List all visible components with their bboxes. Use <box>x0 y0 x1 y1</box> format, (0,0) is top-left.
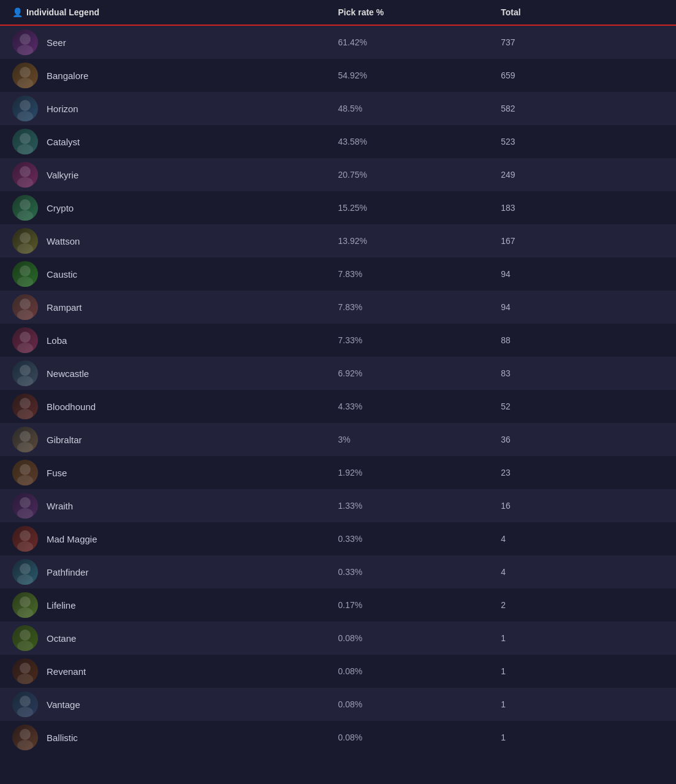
svg-point-38 <box>20 663 31 674</box>
legend-cell: Bloodhound <box>12 394 338 419</box>
legend-cell: Catalyst <box>12 129 338 154</box>
table-row[interactable]: Pathfinder 0.33% 4 <box>0 555 676 588</box>
svg-point-8 <box>20 166 31 177</box>
legend-name-loba: Loba <box>47 335 67 346</box>
legend-avatar-bangalore <box>12 63 38 88</box>
svg-point-11 <box>17 210 33 221</box>
svg-point-33 <box>17 574 33 585</box>
svg-point-12 <box>20 232 31 243</box>
legend-avatar-fuse <box>12 460 38 485</box>
svg-point-21 <box>17 376 33 386</box>
svg-point-7 <box>17 144 33 154</box>
table-row[interactable]: Vantage 0.08% 1 <box>0 688 676 721</box>
svg-point-16 <box>20 299 31 310</box>
table-row[interactable]: Gibraltar 3% 36 <box>0 423 676 456</box>
table-row[interactable]: Rampart 7.83% 94 <box>0 291 676 324</box>
pick-rate-wraith: 1.33% <box>338 501 501 511</box>
svg-point-36 <box>20 630 31 641</box>
legend-name-wraith: Wraith <box>47 501 73 511</box>
svg-point-4 <box>20 100 31 111</box>
svg-point-35 <box>17 607 33 618</box>
table-row[interactable]: Bloodhound 4.33% 52 <box>0 390 676 423</box>
table-row[interactable]: Caustic 7.83% 94 <box>0 257 676 291</box>
legend-avatar-horizon <box>12 96 38 121</box>
legend-name-seer: Seer <box>47 37 66 48</box>
svg-point-5 <box>17 111 33 121</box>
svg-point-37 <box>17 641 33 651</box>
pick-rate-valkyrie: 20.75% <box>338 170 501 180</box>
table-row[interactable]: Loba 7.33% 88 <box>0 324 676 357</box>
table-row[interactable]: Wattson 13.92% 167 <box>0 224 676 257</box>
svg-point-28 <box>20 497 31 508</box>
table-row[interactable]: Lifeline 0.17% 2 <box>0 588 676 622</box>
legend-cell: Ballistic <box>12 725 338 750</box>
legend-cell: Fuse <box>12 460 338 485</box>
total-newcastle: 83 <box>501 368 664 378</box>
pick-rate-caustic: 7.83% <box>338 269 501 279</box>
legend-cell: Wattson <box>12 228 338 254</box>
svg-point-23 <box>17 409 33 419</box>
table-row[interactable]: Revenant 0.08% 1 <box>0 655 676 688</box>
svg-point-0 <box>20 34 31 45</box>
table-row[interactable]: Seer 61.42% 737 <box>0 26 676 59</box>
total-fuse: 23 <box>501 468 664 478</box>
svg-point-40 <box>20 696 31 707</box>
total-column-header: Total <box>501 7 664 17</box>
legend-avatar-lifeline <box>12 592 38 618</box>
svg-point-2 <box>20 67 31 78</box>
table-body: Seer 61.42% 737 Bangalore 54.92% 659 H <box>0 26 676 754</box>
legend-avatar-octane <box>12 625 38 651</box>
legend-cell: Rampart <box>12 294 338 320</box>
svg-point-26 <box>20 464 31 475</box>
pick-rate-vantage: 0.08% <box>338 699 501 709</box>
legend-cell: Bangalore <box>12 63 338 88</box>
pickrate-column-header: Pick rate % <box>338 7 501 17</box>
total-pathfinder: 4 <box>501 567 664 577</box>
svg-point-43 <box>17 740 33 750</box>
pick-rate-rampart: 7.83% <box>338 302 501 312</box>
legend-avatar-gibraltar <box>12 427 38 452</box>
legend-name-rampart: Rampart <box>47 302 82 313</box>
total-bangalore: 659 <box>501 70 664 80</box>
pick-rate-lifeline: 0.17% <box>338 600 501 610</box>
total-vantage: 1 <box>501 699 664 709</box>
svg-point-6 <box>20 133 31 144</box>
table-row[interactable]: Fuse 1.92% 23 <box>0 456 676 489</box>
table-row[interactable]: Wraith 1.33% 16 <box>0 489 676 522</box>
legend-cell: Mad Maggie <box>12 526 338 552</box>
table-header: 👤 Individual Legend Pick rate % Total <box>0 0 676 26</box>
table-row[interactable]: Newcastle 6.92% 83 <box>0 357 676 390</box>
pick-rate-octane: 0.08% <box>338 633 501 643</box>
table-row[interactable]: Crypto 15.25% 183 <box>0 191 676 224</box>
legend-avatar-seer <box>12 29 38 55</box>
table-row[interactable]: Catalyst 43.58% 523 <box>0 125 676 158</box>
legend-name-bangalore: Bangalore <box>47 70 88 81</box>
pick-rate-pathfinder: 0.33% <box>338 567 501 577</box>
legend-cell: Horizon <box>12 96 338 121</box>
legend-avatar-ballistic <box>12 725 38 750</box>
svg-point-31 <box>17 541 33 552</box>
svg-point-17 <box>17 310 33 320</box>
legend-avatar-caustic <box>12 261 38 287</box>
table-row[interactable]: Mad Maggie 0.33% 4 <box>0 522 676 555</box>
legend-cell: Pathfinder <box>12 559 338 585</box>
svg-point-3 <box>17 78 33 88</box>
table-row[interactable]: Octane 0.08% 1 <box>0 622 676 655</box>
total-madmaggie: 4 <box>501 534 664 544</box>
table-row[interactable]: Bangalore 54.92% 659 <box>0 59 676 92</box>
legend-cell: Octane <box>12 625 338 651</box>
svg-point-32 <box>20 563 31 574</box>
svg-point-18 <box>20 332 31 343</box>
legend-name-fuse: Fuse <box>47 468 67 478</box>
table-row[interactable]: Horizon 48.5% 582 <box>0 92 676 125</box>
table-row[interactable]: Valkyrie 20.75% 249 <box>0 158 676 191</box>
table-row[interactable]: Ballistic 0.08% 1 <box>0 721 676 754</box>
legend-avatar-vantage <box>12 691 38 717</box>
svg-point-10 <box>20 199 31 210</box>
legend-name-pathfinder: Pathfinder <box>47 567 88 577</box>
legend-avatar-valkyrie <box>12 162 38 188</box>
legend-name-octane: Octane <box>47 633 76 644</box>
total-crypto: 183 <box>501 203 664 213</box>
svg-point-14 <box>20 265 31 276</box>
total-valkyrie: 249 <box>501 170 664 180</box>
